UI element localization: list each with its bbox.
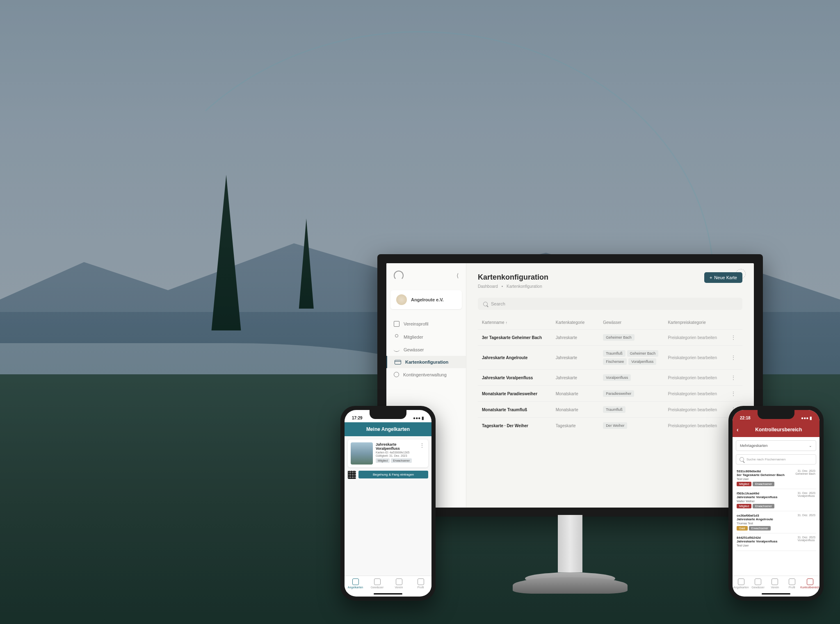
cell-category: Jahreskarte	[556, 335, 600, 340]
search-input[interactable]: Search	[478, 298, 742, 310]
col-name[interactable]: Kartenname↑	[482, 320, 552, 325]
edit-price-link[interactable]: Preiskategorien bearbeiten	[668, 392, 725, 396]
phone-notch	[370, 410, 406, 419]
card-image	[351, 442, 373, 465]
edit-price-link[interactable]: Preiskategorien bearbeiten	[668, 408, 725, 412]
home-indicator[interactable]	[374, 593, 402, 594]
card-menu-icon[interactable]: ⋮	[419, 442, 425, 465]
water-pill: Traumfluß	[603, 350, 625, 357]
row-menu-icon[interactable]: ⋮	[728, 354, 738, 361]
cell-category: Tageskarte	[556, 424, 600, 428]
main-content: Kartenkonfiguration Dashboard • Kartenko…	[466, 263, 754, 508]
log-catch-button[interactable]: Begehung & Fang eintragen	[358, 471, 428, 478]
sidebar-item-kartenkonfiguration[interactable]: Kartenkonfiguration	[386, 356, 466, 368]
sidebar-item-gewaesser[interactable]: Gewässer	[386, 344, 466, 356]
water-icon	[394, 348, 399, 352]
fishing-card[interactable]: Jahreskarte Voralpenfluss Karten-ID: 4a5…	[348, 440, 428, 467]
cell-waters: Traumfluß	[603, 406, 664, 413]
filter-dropdown[interactable]: Mehrtageskarten ⌄	[736, 440, 816, 451]
search-icon	[740, 457, 744, 462]
page-title: Kartenkonfiguration	[478, 273, 742, 282]
status-icons: ●●● ▮	[801, 416, 812, 420]
breadcrumb: Dashboard • Kartenkonfiguration	[478, 284, 742, 289]
table-row[interactable]: Tageskarte · Der Weiher Tageskarte Der W…	[478, 417, 742, 433]
cell-name: Jahreskarte Angelroute	[482, 355, 552, 360]
col-price[interactable]: Kartenpreiskategorie	[668, 320, 725, 325]
water-pill: Voralpenfluss	[628, 358, 656, 365]
tab-verein[interactable]: Verein	[388, 576, 410, 592]
sidebar-collapse-icon[interactable]: ⟨	[457, 272, 459, 279]
sidebar-item-mitglieder[interactable]: Mitglieder	[386, 330, 466, 344]
water-pill: Traumfluß	[603, 406, 625, 413]
cell-waters: Voralpenfluss	[603, 374, 664, 381]
cell-name: Tageskarte · Der Weiher	[482, 424, 552, 428]
badge-member: Mitglied	[737, 504, 751, 508]
tab-gewaesser[interactable]: Gewässer	[366, 576, 388, 592]
list-item[interactable]: 844251d50242d Jahreskarte Voralpenfluss …	[736, 533, 816, 551]
org-selector[interactable]: Angelroute e.V.	[390, 290, 462, 309]
cell-name: Jahreskarte Voralpenfluss	[482, 376, 552, 380]
tab-bar: Angelkarten Gewässer Verein Profil	[345, 576, 431, 592]
col-category[interactable]: Kartenkategorie	[556, 320, 600, 325]
list-item[interactable]: 5331c809dbe8d 3er Tageskarte Geheimer Ba…	[736, 467, 816, 489]
tab-profil[interactable]: Profil	[783, 576, 800, 592]
cell-name: Monatskarte Paradiesweiher	[482, 392, 552, 396]
tab-angelkarten[interactable]: Angelkarten	[345, 576, 366, 592]
org-name: Angelroute e.V.	[411, 297, 444, 302]
profile-icon	[418, 578, 424, 585]
control-icon	[807, 578, 813, 585]
item-user: Walter Weiher	[737, 500, 815, 503]
search-placeholder: Search	[491, 301, 505, 306]
cell-category: Jahreskarte	[556, 355, 600, 360]
list-item[interactable]: ce26af00af1d3 Jahreskarte Angelroute 31.…	[736, 511, 816, 533]
item-id: 5331c809dbe8d	[737, 469, 785, 473]
edit-price-link[interactable]: Preiskategorien bearbeiten	[668, 424, 725, 428]
row-menu-icon[interactable]: ⋮	[728, 390, 738, 397]
list-item[interactable]: f503c1fcad49d Jahreskarte Voralpenfluss …	[736, 489, 816, 511]
home-indicator[interactable]	[762, 593, 790, 594]
tab-profil[interactable]: Profil	[410, 576, 431, 592]
table-header: Kartenname↑ Kartenkategorie Gewässer Kar…	[478, 316, 742, 329]
edit-price-link[interactable]: Preiskategorien bearbeiten	[668, 376, 725, 380]
table-row[interactable]: Monatskarte Traumfluß Monatskarte Traumf…	[478, 401, 742, 417]
tab-verein[interactable]: Verein	[767, 576, 783, 592]
table-row[interactable]: Monatskarte Paradiesweiher Monatskarte P…	[478, 385, 742, 401]
item-user: Thomas Test	[737, 522, 815, 525]
search-input[interactable]: Suche nach Fischernamen	[736, 454, 816, 465]
breadcrumb-root[interactable]: Dashboard	[478, 284, 498, 289]
item-date: 31. Dez. 2023	[795, 469, 815, 472]
sidebar-item-vereinsprofil[interactable]: Vereinsprofil	[386, 317, 466, 330]
row-menu-icon[interactable]: ⋮	[728, 374, 738, 381]
profile-icon	[789, 578, 795, 585]
water-icon	[755, 578, 761, 585]
row-menu-icon[interactable]: ⋮	[728, 334, 738, 341]
table-row[interactable]: 3er Tageskarte Geheimer Bach Jahreskarte…	[478, 329, 742, 345]
edit-price-link[interactable]: Preiskategorien bearbeiten	[668, 355, 725, 360]
tab-kontrollbereich[interactable]: Kontrollbereich	[800, 576, 819, 592]
col-waters[interactable]: Gewässer	[603, 320, 664, 325]
table-row[interactable]: Jahreskarte Angelroute Jahreskarte Traum…	[478, 345, 742, 369]
table-row[interactable]: Jahreskarte Voralpenfluss Jahreskarte Vo…	[478, 369, 742, 385]
edit-price-link[interactable]: Preiskategorien bearbeiten	[668, 335, 725, 340]
item-id: f503c1fcad49d	[737, 492, 777, 495]
sidebar-item-kontingentverwaltung[interactable]: Kontingentverwaltung	[386, 368, 466, 381]
back-icon[interactable]: ‹	[737, 426, 739, 433]
monitor-stand	[525, 515, 615, 601]
cell-waters: TraumflußGeheimer BachFischerseeVoralpen…	[603, 350, 664, 365]
org-avatar-icon	[396, 294, 407, 305]
new-card-button[interactable]: + Neue Karte	[704, 272, 742, 283]
cell-name: 3er Tageskarte Geheimer Bach	[482, 335, 552, 340]
badge-adult: Erwachsener	[749, 526, 771, 531]
phone-left: 17:29 ●●● ▮ Meine Angelkarten Jahreskart…	[340, 406, 436, 601]
tab-angelkarten[interactable]: Angelkarten	[733, 576, 749, 592]
badge-guest: Gast	[737, 526, 748, 531]
tab-gewaesser[interactable]: Gewässer	[749, 576, 766, 592]
status-icons: ●●● ▮	[413, 416, 424, 420]
cell-waters: Paradiesweiher	[603, 390, 664, 397]
status-time: 17:29	[352, 416, 363, 420]
sort-ascending-icon: ↑	[505, 321, 507, 325]
qr-code-icon[interactable]	[348, 471, 356, 479]
card-title: Jahreskarte Voralpenfluss	[376, 442, 416, 451]
nav-label: Kontingentverwaltung	[403, 372, 447, 377]
item-id: ce26af00af1d3	[737, 514, 773, 517]
